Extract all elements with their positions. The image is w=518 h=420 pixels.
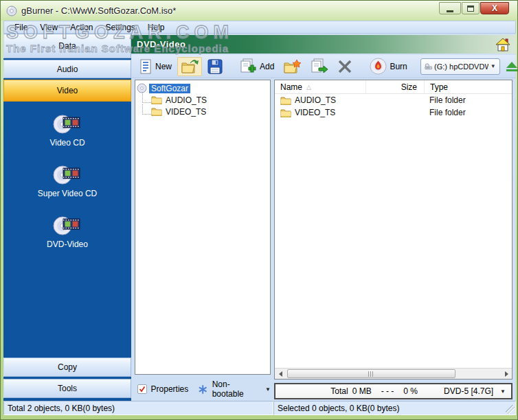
disc-type-dropdown-arrow-icon[interactable]: ▼: [500, 388, 506, 395]
total-label: Total: [330, 386, 348, 396]
tree-audio-ts-label[interactable]: AUDIO_TS: [166, 95, 207, 105]
close-icon: X: [492, 3, 497, 13]
video-section-panel: Video CD Super Video CD: [3, 102, 131, 356]
compilation-header: DVD-Video: [131, 35, 516, 54]
boot-mode-selector[interactable]: Non-bootable: [212, 380, 260, 399]
new-button-label: New: [155, 62, 172, 71]
burn-button[interactable]: Burn: [366, 56, 410, 77]
sidebar-item-copy[interactable]: Copy: [3, 358, 131, 377]
close-button[interactable]: X: [480, 2, 509, 14]
home-button[interactable]: [495, 38, 510, 51]
toolbar: New: [131, 55, 516, 78]
file-name: VIDEO_TS: [295, 108, 335, 117]
menu-action[interactable]: Action: [64, 22, 99, 33]
compilation-title: DVD-Video: [137, 39, 185, 49]
super-video-cd-item[interactable]: Super Video CD: [38, 163, 98, 198]
menu-settings[interactable]: Settings: [100, 22, 142, 33]
maximize-icon: [467, 5, 474, 12]
file-row-audio-ts[interactable]: AUDIO_TS File folder: [275, 94, 512, 106]
menu-help[interactable]: Help: [142, 22, 171, 33]
new-folder-button[interactable]: [280, 57, 304, 76]
drive-selector-value: (G:) hpCDDVDW TS-: [434, 62, 488, 71]
save-icon: [207, 59, 223, 74]
tree-root-row[interactable]: SoftGozar: [137, 82, 269, 94]
sort-ascending-icon: △: [306, 84, 311, 91]
app-cd-icon: [6, 5, 17, 16]
file-type: File folder: [429, 95, 466, 105]
dvd-video-item[interactable]: DVD-Video: [47, 214, 88, 249]
file-row-video-ts[interactable]: VIDEO_TS File folder: [275, 106, 512, 119]
properties-row: Properties Non-bootable ▼: [135, 379, 271, 399]
new-button[interactable]: New: [135, 57, 175, 76]
video-cd-label: Video CD: [49, 138, 85, 148]
menu-bar: File View Action Settings Help: [3, 21, 516, 34]
column-header-type[interactable]: Type: [424, 80, 510, 93]
folder-icon: [151, 95, 162, 104]
delete-button[interactable]: [333, 56, 357, 77]
add-button-label: Add: [260, 62, 274, 71]
new-folder-icon: [283, 59, 301, 74]
tree-child-row[interactable]: AUDIO_TS: [137, 94, 269, 106]
eject-icon-bar: [506, 69, 517, 71]
extract-files-icon: [310, 58, 328, 75]
add-files-button[interactable]: Add: [236, 56, 278, 77]
sidebar: Data Audio Video Video CD: [3, 34, 131, 401]
sidebar-audio-label: Audio: [57, 65, 78, 74]
eject-button[interactable]: [506, 62, 517, 71]
properties-button[interactable]: Properties: [151, 384, 189, 394]
file-list-header: Name △ Size Type: [275, 80, 512, 94]
column-header-size[interactable]: Size: [365, 80, 424, 93]
scrollbar-grip-icon: [368, 371, 374, 377]
sidebar-item-data[interactable]: Data: [3, 34, 131, 58]
minimize-button[interactable]: [439, 2, 461, 14]
tree-root-label[interactable]: SoftGozar: [149, 84, 190, 93]
scroll-left-icon: [279, 371, 282, 377]
super-video-cd-label: Super Video CD: [38, 189, 98, 198]
sidebar-item-tools[interactable]: Tools: [3, 379, 131, 398]
add-files-icon: [239, 58, 257, 75]
disc-type-value[interactable]: DVD-5 [4.7G]: [444, 386, 493, 396]
properties-check-icon: [137, 384, 147, 394]
burn-icon: [370, 58, 387, 75]
folder-icon: [280, 108, 291, 117]
scrollbar-thumb[interactable]: [287, 369, 455, 378]
sidebar-data-label: Data: [58, 41, 76, 51]
sidebar-item-audio[interactable]: Audio: [3, 60, 131, 78]
column-header-name[interactable]: Name △: [275, 82, 365, 92]
extract-button[interactable]: [306, 56, 331, 77]
title-bar[interactable]: gBurner - C:\WwW.SoftGozar.CoM.iso* X: [1, 1, 517, 21]
drive-dropdown-arrow-icon: ▼: [491, 63, 496, 69]
drive-icon: [425, 62, 432, 71]
horizontal-scrollbar[interactable]: [275, 368, 512, 379]
sidebar-tools-label: Tools: [58, 384, 77, 393]
save-button[interactable]: [204, 57, 226, 76]
drive-selector[interactable]: (G:) hpCDDVDW TS- ▼: [420, 58, 500, 75]
tree-video-ts-label[interactable]: VIDEO_TS: [166, 107, 206, 117]
eject-icon: [506, 62, 517, 68]
capacity-dashes: - - -: [381, 386, 394, 396]
boot-dropdown-arrow-icon[interactable]: ▼: [265, 386, 271, 393]
scroll-right-button[interactable]: [501, 369, 512, 379]
tree-child-row[interactable]: VIDEO_TS: [137, 106, 269, 117]
super-video-cd-icon: [53, 163, 82, 185]
non-bootable-icon: [198, 384, 207, 395]
delete-x-icon: [337, 58, 353, 75]
menu-view[interactable]: View: [34, 22, 64, 33]
file-type: File folder: [429, 108, 466, 117]
maximize-button[interactable]: [462, 2, 480, 14]
disc-capacity-bar: Total 0 MB - - - 0 % DVD-5 [4.7G] ▼: [274, 383, 513, 399]
file-name: AUDIO_TS: [295, 95, 336, 105]
minimize-icon: [447, 10, 453, 12]
menu-file[interactable]: File: [8, 22, 34, 33]
tree-connector: [142, 93, 151, 103]
capacity-percent: 0 %: [403, 386, 418, 396]
sidebar-item-video-selected[interactable]: Video: [3, 80, 131, 102]
window-title: gBurner - C:\WwW.SoftGozar.CoM.iso*: [21, 5, 176, 16]
scroll-left-button[interactable]: [275, 369, 286, 379]
video-cd-item[interactable]: Video CD: [49, 113, 85, 148]
resize-grip[interactable]: [506, 405, 515, 414]
open-button[interactable]: [177, 57, 202, 76]
main-panel: DVD-Video New: [131, 34, 516, 401]
new-document-icon: [139, 59, 153, 74]
dvd-video-label: DVD-Video: [47, 240, 88, 249]
